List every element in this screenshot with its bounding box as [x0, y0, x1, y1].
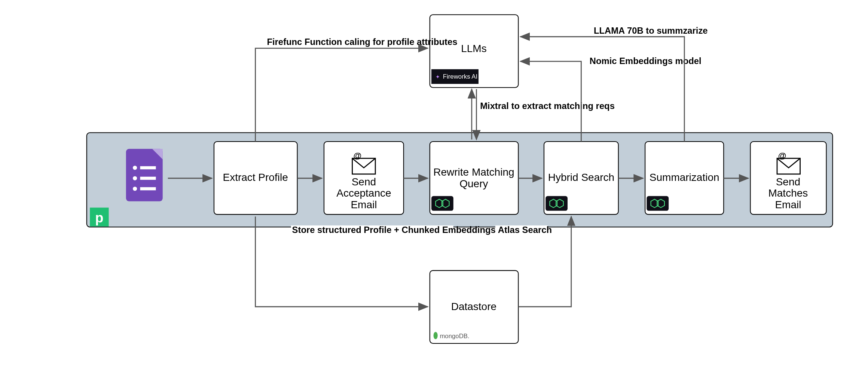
- mongodb-badge-text: mongoDB.: [440, 333, 469, 340]
- mongodb-hex-badge-1: [431, 196, 453, 211]
- send-acceptance-l3: Email: [351, 199, 377, 210]
- send-matches-l2: Matches: [768, 187, 808, 199]
- svg-text:@: @: [353, 151, 361, 160]
- svg-point-28: [434, 332, 438, 339]
- svg-rect-6: [140, 177, 156, 180]
- svg-text:✦: ✦: [435, 74, 440, 80]
- edge-mixtral-label: Mixtral to extract matching reqs: [480, 101, 615, 111]
- fireworks-badge-text: Fireworks AI: [443, 73, 477, 80]
- svg-rect-4: [140, 166, 156, 169]
- architecture-diagram: p LLMs Fireworks AI ✦ Extract Profile @ …: [0, 0, 868, 367]
- google-forms-icon: [126, 149, 163, 201]
- hybrid-search-label: Hybrid Search: [548, 172, 614, 183]
- summarization-label: Summarization: [650, 172, 719, 183]
- svg-text:@: @: [778, 151, 786, 160]
- edge-atlas-label: Atlas Search: [498, 225, 552, 235]
- rewrite-query-l1: Rewrite Matching: [433, 166, 514, 178]
- svg-point-3: [133, 166, 137, 170]
- datastore-label: Datastore: [451, 301, 496, 312]
- svg-rect-1: [126, 149, 163, 201]
- node-send-acceptance: @ Send Acceptance Email: [324, 142, 404, 215]
- extract-profile-label: Extract Profile: [223, 172, 288, 183]
- send-acceptance-l2: Acceptance: [336, 187, 391, 199]
- send-matches-l3: Email: [775, 199, 801, 210]
- llms-label: LLMs: [461, 43, 486, 54]
- send-matches-l1: Send: [776, 176, 800, 188]
- node-hybrid-search: Hybrid Search: [544, 142, 618, 215]
- node-extract-profile: Extract Profile: [214, 142, 297, 215]
- node-send-matches: @ Send Matches Email: [751, 142, 826, 215]
- platform-badge-letter: p: [95, 210, 103, 225]
- svg-rect-8: [140, 187, 156, 190]
- edge-firefunc-label: Firefunc Function caling for profile att…: [267, 37, 457, 47]
- svg-point-7: [133, 186, 137, 191]
- edge-llama-label: LLAMA 70B to summzarize: [594, 25, 708, 36]
- edge-llama: [520, 37, 684, 142]
- node-summarization: Summarization: [645, 142, 724, 215]
- node-rewrite-query: Rewrite Matching Query: [430, 142, 519, 215]
- mongodb-hex-badge-2: [545, 196, 568, 211]
- edge-store-label: Store structured Profile + Chunked Embed…: [292, 225, 496, 235]
- svg-point-5: [133, 176, 137, 180]
- rewrite-query-l2: Query: [459, 178, 488, 189]
- edge-firefunc: [256, 48, 428, 142]
- node-llms: LLMs Fireworks AI ✦: [430, 15, 519, 88]
- node-datastore: Datastore mongoDB.: [430, 270, 519, 343]
- send-acceptance-l1: Send: [352, 176, 376, 188]
- mongodb-hex-badge-3: [647, 196, 669, 211]
